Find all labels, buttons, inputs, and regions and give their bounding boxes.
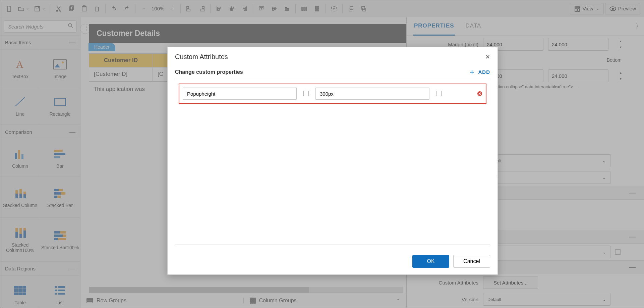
cancel-button[interactable]: Cancel [453, 255, 490, 268]
ok-button[interactable]: OK [412, 255, 449, 268]
attribute-name-input[interactable] [183, 88, 297, 100]
add-attribute-button[interactable]: ＋ ADD [469, 67, 490, 76]
dialog-subtitle: Change custom properties [175, 69, 243, 75]
attribute-checkbox[interactable] [436, 91, 442, 96]
dialog-title: Custom Attributes [175, 53, 228, 61]
close-icon[interactable]: ✕ [485, 53, 490, 61]
delete-row-icon[interactable] [477, 91, 482, 96]
attribute-row [179, 84, 486, 104]
attribute-value-input[interactable] [315, 88, 429, 100]
attribute-checkbox[interactable] [303, 91, 309, 96]
custom-attributes-dialog: Custom Attributes ✕ Change custom proper… [167, 47, 498, 275]
